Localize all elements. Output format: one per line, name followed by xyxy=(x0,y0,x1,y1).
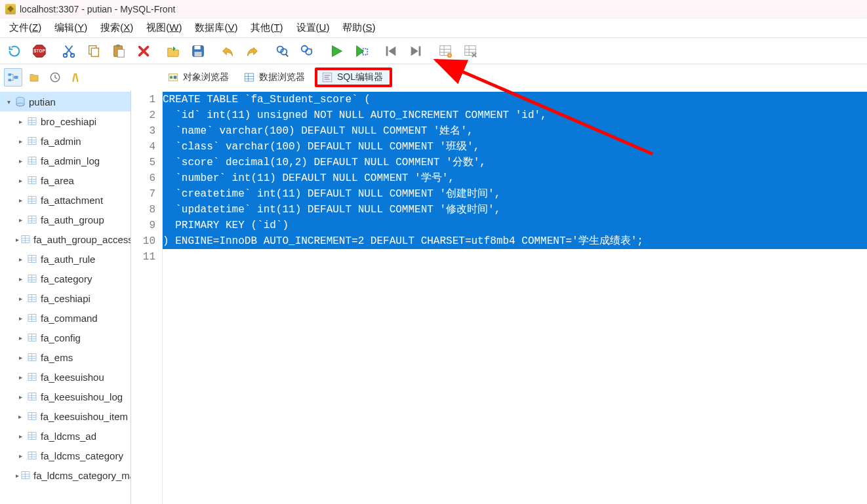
menu-item[interactable]: 视图(W) xyxy=(141,20,188,36)
main-toolbar: STOP + xyxy=(0,38,867,64)
svg-rect-36 xyxy=(14,76,18,79)
cut-button[interactable] xyxy=(58,41,79,62)
svg-marker-17 xyxy=(333,45,342,56)
run-selection-button[interactable] xyxy=(351,41,372,62)
first-record-button[interactable] xyxy=(380,41,401,62)
refresh-button[interactable] xyxy=(4,41,25,62)
menu-item[interactable]: 文件(Z) xyxy=(4,20,48,36)
find-replace-button[interactable] xyxy=(296,41,317,62)
svg-rect-23 xyxy=(419,46,421,56)
object-browser-tab[interactable]: 对象浏览器 xyxy=(163,68,236,87)
menubar: 文件(Z)编辑(Y)搜索(X)视图(W)数据库(V)其他(T)设置(U)帮助(S… xyxy=(0,18,867,38)
svg-rect-5 xyxy=(91,48,98,56)
svg-point-15 xyxy=(302,45,308,51)
menu-item[interactable]: 搜索(X) xyxy=(95,20,140,36)
svg-text:+: + xyxy=(449,53,451,58)
menu-item[interactable]: 帮助(S) xyxy=(337,20,382,36)
svg-rect-30 xyxy=(465,45,476,55)
svg-rect-35 xyxy=(9,79,12,81)
svg-point-3 xyxy=(71,53,75,57)
delete-row-button[interactable] xyxy=(460,41,481,62)
svg-rect-41 xyxy=(245,73,254,81)
data-browser-label: 数据浏览器 xyxy=(259,71,305,83)
svg-rect-8 xyxy=(117,49,124,57)
insert-row-button[interactable]: + xyxy=(435,41,456,62)
sql-editor-label: SQL编辑器 xyxy=(337,71,383,83)
stop-button[interactable]: STOP xyxy=(29,41,50,62)
svg-point-2 xyxy=(64,53,68,57)
object-browser-label: 对象浏览器 xyxy=(183,71,229,83)
save-button[interactable] xyxy=(188,41,209,62)
processes-button[interactable] xyxy=(67,68,85,87)
svg-line-14 xyxy=(286,54,289,56)
svg-rect-40 xyxy=(174,76,177,79)
svg-point-39 xyxy=(170,76,173,79)
tree-view-button[interactable] xyxy=(4,68,22,87)
titlebar: localhost:3307 - putian - MySQL-Front xyxy=(0,0,867,18)
app-icon xyxy=(5,4,16,14)
menu-item[interactable]: 其他(T) xyxy=(245,20,289,36)
svg-rect-20 xyxy=(386,46,388,56)
menu-item[interactable]: 设置(U) xyxy=(291,20,336,36)
paste-button[interactable] xyxy=(108,41,129,62)
svg-rect-34 xyxy=(9,73,12,76)
favorites-button[interactable] xyxy=(25,68,43,87)
svg-marker-22 xyxy=(411,46,418,56)
open-button[interactable] xyxy=(163,41,184,62)
window-title: localhost:3307 - putian - MySQL-Front xyxy=(20,4,175,14)
svg-rect-7 xyxy=(116,44,120,47)
sub-toolbar: 对象浏览器 数据浏览器 SQL编辑器 xyxy=(0,64,867,90)
data-browser-tab[interactable]: 数据浏览器 xyxy=(239,68,312,87)
svg-rect-10 xyxy=(195,45,201,49)
menu-item[interactable]: 编辑(Y) xyxy=(49,20,94,36)
sql-editor-tab[interactable]: SQL编辑器 xyxy=(315,68,392,87)
copy-button[interactable] xyxy=(83,41,104,62)
menu-item[interactable]: 数据库(V) xyxy=(190,20,244,36)
svg-marker-21 xyxy=(388,46,395,56)
svg-point-16 xyxy=(306,48,312,54)
find-button[interactable] xyxy=(272,41,292,62)
delete-button[interactable] xyxy=(133,41,154,62)
redo-button[interactable] xyxy=(242,41,263,62)
svg-rect-11 xyxy=(195,51,202,56)
history-button[interactable] xyxy=(46,68,64,87)
run-button[interactable] xyxy=(326,41,347,62)
last-record-button[interactable] xyxy=(405,41,426,62)
undo-button[interactable] xyxy=(217,41,238,62)
svg-text:STOP: STOP xyxy=(33,48,45,53)
